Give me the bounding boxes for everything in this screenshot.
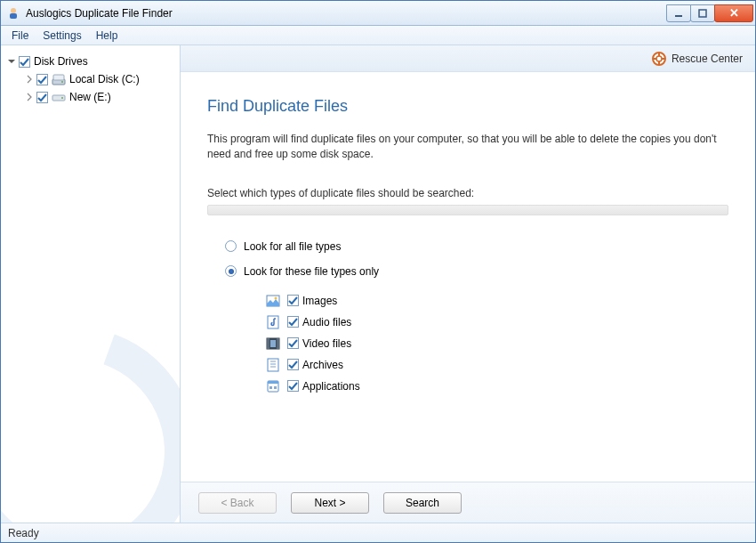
- filetype-row-audio[interactable]: Audio files: [266, 312, 728, 333]
- filetype-label: Applications: [302, 380, 360, 393]
- back-button: < Back: [198, 492, 277, 514]
- chevron-down-icon[interactable]: [6, 56, 17, 67]
- svg-rect-3: [699, 10, 706, 17]
- maximize-button[interactable]: [690, 4, 715, 22]
- svg-rect-16: [277, 338, 279, 349]
- svg-rect-18: [268, 359, 278, 371]
- checkbox-drive-e[interactable]: [36, 92, 48, 103]
- button-bar: < Back Next > Search: [181, 482, 755, 523]
- filetype-list: Images Audio files Video files: [225, 290, 728, 397]
- svg-point-12: [275, 296, 277, 299]
- filetype-label: Video files: [302, 337, 351, 350]
- tree-drive-row[interactable]: New (E:): [24, 88, 174, 106]
- svg-rect-24: [269, 386, 272, 389]
- chevron-right-icon[interactable]: [24, 74, 35, 85]
- tree-drive-row[interactable]: Local Disk (C:): [24, 70, 174, 88]
- svg-point-8: [61, 97, 63, 99]
- page-subheading: Select which types of duplicate files sh…: [207, 187, 728, 199]
- status-text: Ready: [8, 527, 39, 539]
- wizard-page: Find Duplicate Files This program will f…: [181, 72, 755, 482]
- page-title: Find Duplicate Files: [207, 97, 728, 116]
- svg-point-10: [656, 56, 662, 61]
- checkbox-archives[interactable]: [287, 359, 299, 370]
- tree-root-label: Disk Drives: [34, 55, 88, 68]
- rescue-center-link[interactable]: Rescue Center: [652, 52, 743, 66]
- status-bar: Ready: [1, 523, 755, 542]
- window-title: Auslogics Duplicate File Finder: [26, 7, 667, 20]
- page-description: This program will find duplicate files o…: [207, 132, 723, 162]
- svg-rect-17: [270, 340, 276, 347]
- tree-drive-label: New (E:): [69, 91, 111, 103]
- svg-rect-25: [274, 386, 277, 389]
- svg-rect-23: [268, 381, 278, 384]
- svg-rect-1: [10, 13, 17, 19]
- svg-rect-15: [267, 338, 269, 349]
- chevron-right-icon[interactable]: [24, 92, 35, 102]
- app-icon: [6, 6, 20, 20]
- content: Disk Drives Local Disk (C:) New (E:): [1, 45, 755, 523]
- filetype-row-archives[interactable]: Archives: [266, 354, 728, 376]
- checkbox-images[interactable]: [287, 295, 299, 306]
- filetype-row-images[interactable]: Images: [266, 290, 728, 312]
- audio-icon: [266, 315, 280, 329]
- checkbox-applications[interactable]: [287, 380, 299, 392]
- menubar: File Settings Help: [1, 26, 755, 45]
- radio-these-label: Look for these file types only: [244, 265, 379, 278]
- checkbox-drive-c[interactable]: [36, 74, 48, 85]
- svg-rect-5: [53, 75, 64, 80]
- svg-rect-13: [268, 316, 278, 328]
- checkbox-audio[interactable]: [287, 316, 299, 328]
- radio-all-row[interactable]: Look for all file types: [225, 240, 728, 253]
- menu-file[interactable]: File: [4, 28, 36, 44]
- svg-rect-2: [675, 15, 682, 17]
- rescue-center-label: Rescue Center: [672, 53, 743, 65]
- radio-these-row[interactable]: Look for these file types only: [225, 265, 728, 278]
- main-panel: Rescue Center Find Duplicate Files This …: [181, 45, 755, 523]
- hard-disk-icon: [52, 90, 66, 104]
- svg-point-6: [61, 81, 63, 83]
- video-icon: [266, 336, 280, 351]
- separator-bar: [207, 205, 728, 215]
- next-button[interactable]: Next >: [291, 492, 369, 514]
- watermark-icon: [1, 286, 181, 523]
- radio-these[interactable]: [225, 265, 237, 277]
- tree-drive-label: Local Disk (C:): [69, 73, 140, 85]
- filetype-label: Images: [302, 295, 337, 307]
- checkbox-video[interactable]: [287, 337, 299, 349]
- radio-all-label: Look for all file types: [244, 240, 341, 253]
- radio-all[interactable]: [225, 240, 237, 252]
- tree-root-row[interactable]: Disk Drives: [6, 53, 174, 70]
- filetype-label: Archives: [302, 359, 343, 371]
- filetype-row-applications[interactable]: Applications: [266, 376, 728, 397]
- images-icon: [266, 294, 280, 308]
- local-disk-icon: [52, 72, 66, 86]
- checkbox-root[interactable]: [19, 56, 30, 68]
- search-button[interactable]: Search: [383, 492, 462, 514]
- drive-tree: Disk Drives Local Disk (C:) New (E:): [1, 45, 180, 113]
- lifebuoy-icon: [652, 52, 666, 66]
- sidebar: Disk Drives Local Disk (C:) New (E:): [1, 45, 181, 523]
- archives-icon: [266, 358, 280, 372]
- menu-help[interactable]: Help: [89, 28, 125, 44]
- titlebar: Auslogics Duplicate File Finder ✕: [1, 1, 755, 26]
- applications-icon: [266, 379, 280, 393]
- window-buttons: ✕: [667, 4, 753, 22]
- filetype-label: Audio files: [302, 316, 351, 328]
- minimize-button[interactable]: [666, 4, 691, 22]
- menu-settings[interactable]: Settings: [36, 28, 88, 44]
- filetype-row-video[interactable]: Video files: [266, 333, 728, 354]
- svg-point-0: [11, 8, 16, 13]
- filetype-mode-group: Look for all file types Look for these f…: [207, 240, 728, 397]
- top-strip: Rescue Center: [181, 45, 755, 72]
- close-button[interactable]: ✕: [714, 4, 753, 22]
